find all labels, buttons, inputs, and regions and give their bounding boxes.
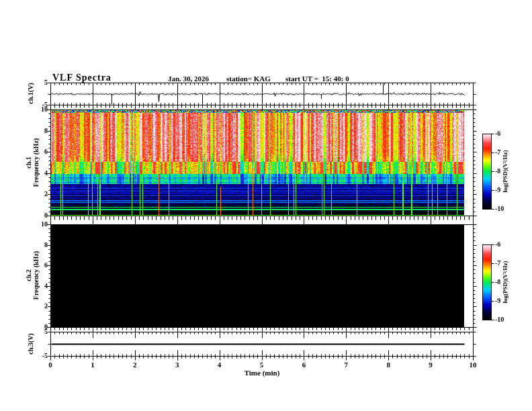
ch1-frequency-axis-label-line1: ch.1 bbox=[25, 112, 32, 213]
x-tick-label: 7 bbox=[339, 361, 353, 369]
colorbar-tick-label: -9 bbox=[495, 186, 513, 193]
header-date: Jan. 30, 2026 bbox=[168, 75, 209, 83]
ch2-spectrogram-panel bbox=[50, 224, 473, 327]
figure-title: VLF Spectra bbox=[52, 73, 112, 83]
x-tick-label: 0 bbox=[43, 361, 58, 369]
colorbar-tick-label: -6 bbox=[495, 130, 513, 137]
header-station: station= KAG bbox=[226, 75, 271, 83]
ch1-spectrogram-panel bbox=[50, 109, 473, 216]
colorbar-tick-label: -10 bbox=[495, 316, 513, 323]
vlf-spectra-figure: VLF Spectra Jan. 30, 2026 station= KAG s… bbox=[0, 0, 532, 411]
colorbar-tick-label: -7 bbox=[495, 259, 513, 267]
x-tick-label: 2 bbox=[128, 361, 142, 369]
freq-tick-label: 6 bbox=[33, 148, 48, 155]
voltage-tick-label: 5 bbox=[33, 328, 48, 335]
x-tick-label: 3 bbox=[170, 361, 185, 369]
x-tick-label: 4 bbox=[212, 361, 227, 369]
x-tick-label: 10 bbox=[466, 361, 480, 369]
colorbar-ch2 bbox=[482, 244, 491, 320]
ch2-frequency-axis-label: ch.2 Frequency (kHz) bbox=[25, 225, 41, 326]
freq-tick-label: 10 bbox=[33, 220, 48, 228]
freq-tick-label: 8 bbox=[33, 127, 48, 134]
x-tick-label: 9 bbox=[423, 361, 438, 369]
voltage-tick-label: -5 bbox=[33, 352, 48, 359]
freq-tick-label: 2 bbox=[33, 302, 48, 310]
freq-tick-label: 4 bbox=[33, 282, 48, 289]
voltage-tick-label: 5 bbox=[33, 79, 48, 86]
ch2-frequency-axis-label-line2: Frequency (kHz) bbox=[32, 225, 40, 326]
colorbar-tick-label: -10 bbox=[495, 205, 513, 212]
colorbar-tick-label: -9 bbox=[495, 297, 513, 304]
x-tick-label: 5 bbox=[255, 361, 269, 369]
freq-tick-label: 8 bbox=[33, 241, 48, 248]
freq-tick-label: 2 bbox=[33, 190, 48, 197]
ch2-frequency-axis-label-line1: ch.2 bbox=[25, 225, 32, 326]
freq-tick-label: 4 bbox=[33, 169, 48, 177]
freq-tick-label: 0 bbox=[33, 212, 48, 219]
x-tick-label: 8 bbox=[381, 361, 396, 369]
ch1-waveform-panel bbox=[50, 83, 473, 105]
colorbar-tick-label: -6 bbox=[495, 240, 513, 248]
x-tick-label: 1 bbox=[85, 361, 100, 369]
header-start-ut: start UT = 15: 40: 0 bbox=[285, 75, 349, 83]
freq-tick-label: 6 bbox=[33, 261, 48, 269]
colorbar-ch1 bbox=[482, 134, 491, 209]
colorbar-tick-label: -8 bbox=[495, 278, 513, 285]
x-tick-label: 6 bbox=[296, 361, 311, 369]
colorbar-tick-label: -8 bbox=[495, 167, 513, 175]
voltage-tick-label: -5 bbox=[33, 101, 48, 108]
time-axis-label: Time (min) bbox=[222, 369, 302, 377]
ch3-waveform-panel bbox=[50, 332, 473, 356]
colorbar-tick-label: -7 bbox=[495, 148, 513, 156]
